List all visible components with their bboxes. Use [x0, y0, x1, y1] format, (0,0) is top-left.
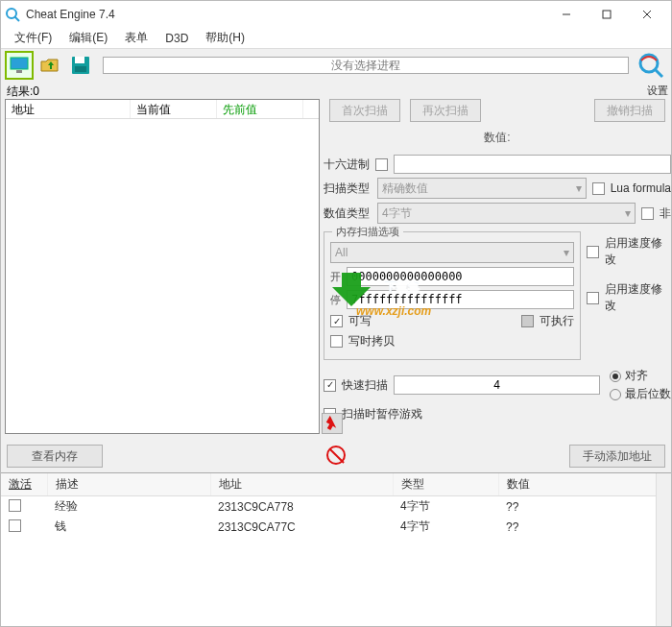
menu-d3d[interactable]: D3D — [157, 30, 196, 47]
menu-file[interactable]: 文件(F) — [7, 28, 60, 48]
menu-bar: 文件(F) 编辑(E) 表单 D3D 帮助(H) — [1, 28, 671, 49]
col-previous[interactable]: 先前值 — [217, 100, 303, 118]
pause-label: 扫描时暂停游戏 — [342, 406, 422, 422]
svg-rect-3 — [603, 11, 611, 18]
svg-line-1 — [14, 16, 19, 21]
speedhack2-label: 启用速度修改 — [605, 281, 671, 314]
table-row[interactable]: 经验 2313C9CA778 4字节 ?? — [1, 496, 671, 518]
row-value[interactable]: ?? — [498, 496, 671, 518]
results-count: 0 — [33, 84, 39, 98]
title-bar: Cheat Engine 7.4 — [1, 1, 671, 28]
scan-type-label: 扫描类型 — [324, 181, 372, 197]
row-active-checkbox[interactable] — [9, 519, 21, 532]
row-type[interactable]: 4字节 — [393, 496, 498, 518]
mid-bar: 查看内存 手动添加地址 — [1, 440, 671, 472]
results-list[interactable]: 地址 当前值 先前值 — [5, 99, 320, 434]
results-header: 地址 当前值 先前值 — [6, 100, 319, 119]
ce-logo-icon[interactable] — [636, 51, 665, 80]
view-memory-button[interactable]: 查看内存 — [7, 445, 103, 468]
menu-edit[interactable]: 编辑(E) — [61, 28, 115, 48]
th-value[interactable]: 数值 — [498, 473, 671, 496]
th-desc[interactable]: 描述 — [47, 473, 210, 496]
app-icon — [5, 7, 20, 22]
svg-rect-11 — [75, 66, 86, 72]
settings-label[interactable]: 设置 — [647, 84, 668, 98]
th-active[interactable]: 激活 — [1, 473, 47, 496]
col-current[interactable]: 当前值 — [131, 100, 217, 118]
region-select[interactable]: All▾ — [330, 242, 574, 263]
value-type-label: 数值类型 — [324, 205, 372, 222]
toolbar: 没有选择进程 — [1, 49, 671, 82]
cheat-table: 激活 描述 地址 类型 数值 经验 2313C9CA778 4字节 ?? 钱 2… — [1, 472, 671, 626]
th-addr[interactable]: 地址 — [210, 473, 393, 496]
select-process-button[interactable] — [5, 51, 34, 80]
row-desc[interactable]: 钱 — [47, 517, 210, 537]
align-label: 对齐 — [625, 368, 648, 384]
row-value[interactable]: ?? — [498, 517, 671, 537]
lua-checkbox[interactable] — [592, 182, 605, 195]
value-label: 数值: — [329, 130, 665, 146]
fastscan-label: 快速扫描 — [342, 377, 388, 394]
hex-checkbox[interactable] — [375, 158, 388, 171]
lastdigits-radio[interactable] — [610, 389, 621, 400]
add-to-list-button[interactable] — [322, 413, 343, 434]
menu-help[interactable]: 帮助(H) — [198, 28, 252, 48]
window-title: Cheat Engine 7.4 — [26, 8, 546, 21]
svg-rect-6 — [11, 58, 28, 69]
row-active-checkbox[interactable] — [9, 499, 21, 512]
hex-label: 十六进制 — [324, 157, 370, 173]
value-type-select[interactable]: 4字节▾ — [377, 203, 636, 224]
th-type[interactable]: 类型 — [393, 473, 498, 496]
value-input[interactable] — [394, 155, 671, 174]
first-scan-button[interactable]: 首次扫描 — [329, 99, 400, 122]
speedhack1-label: 启用速度修改 — [605, 235, 671, 268]
svg-rect-8 — [16, 70, 22, 73]
save-file-button[interactable] — [66, 51, 95, 80]
process-bar[interactable]: 没有选择进程 — [103, 57, 629, 74]
writable-label: 可写 — [348, 313, 372, 329]
writable-checkbox[interactable] — [330, 315, 343, 327]
close-button[interactable] — [627, 1, 667, 28]
main-area: 地址 当前值 先前值 首次扫描 再次扫描 撤销扫描 数值: 十六进制 扫描类型 … — [1, 99, 671, 434]
scan-panel: 首次扫描 再次扫描 撤销扫描 数值: 十六进制 扫描类型 精确数值▾ Lua f… — [324, 99, 671, 434]
table-scrollbar[interactable] — [656, 473, 671, 626]
speedhack1-checkbox[interactable] — [587, 246, 599, 258]
stop-label: 停 — [330, 293, 341, 307]
row-desc[interactable]: 经验 — [47, 496, 210, 518]
lastdigits-label: 最后位数 — [625, 386, 671, 402]
not-label: 非 — [660, 205, 671, 222]
svg-line-13 — [655, 69, 662, 77]
menu-table[interactable]: 表单 — [117, 28, 156, 48]
next-scan-button[interactable]: 再次扫描 — [410, 99, 481, 122]
row-type[interactable]: 4字节 — [393, 517, 498, 537]
lua-label: Lua formula — [611, 181, 671, 195]
col-address[interactable]: 地址 — [6, 100, 131, 118]
table-row[interactable]: 钱 2313C9CA77C 4字节 ?? — [1, 517, 671, 537]
row-addr[interactable]: 2313C9CA77C — [210, 517, 393, 537]
start-label: 开 — [330, 270, 341, 284]
executable-checkbox[interactable] — [521, 315, 534, 327]
align-radio[interactable] — [610, 371, 621, 382]
cow-checkbox[interactable] — [330, 335, 343, 348]
start-input[interactable] — [347, 267, 574, 286]
not-checkbox[interactable] — [641, 207, 654, 220]
stop-input[interactable] — [347, 290, 574, 309]
memopts-title: 内存扫描选项 — [332, 225, 403, 239]
open-file-button[interactable] — [36, 51, 64, 80]
maximize-button[interactable] — [587, 1, 627, 28]
cow-label: 写时拷贝 — [348, 333, 395, 350]
minimize-button[interactable] — [546, 1, 587, 28]
table-header-row: 激活 描述 地址 类型 数值 — [1, 473, 671, 496]
undo-scan-button[interactable]: 撤销扫描 — [594, 99, 665, 122]
executable-label: 可执行 — [540, 313, 574, 329]
row-addr[interactable]: 2313C9CA778 — [210, 496, 393, 518]
results-label: 结果: — [7, 84, 33, 98]
svg-rect-10 — [75, 57, 84, 63]
fastscan-checkbox[interactable] — [324, 379, 336, 392]
speedhack2-checkbox[interactable] — [587, 292, 599, 304]
add-manual-button[interactable]: 手动添加地址 — [569, 445, 665, 468]
scan-type-select[interactable]: 精确数值▾ — [377, 178, 587, 199]
stop-icon[interactable] — [326, 446, 346, 465]
process-label: 没有选择进程 — [104, 58, 628, 73]
fastscan-input[interactable] — [394, 375, 600, 395]
